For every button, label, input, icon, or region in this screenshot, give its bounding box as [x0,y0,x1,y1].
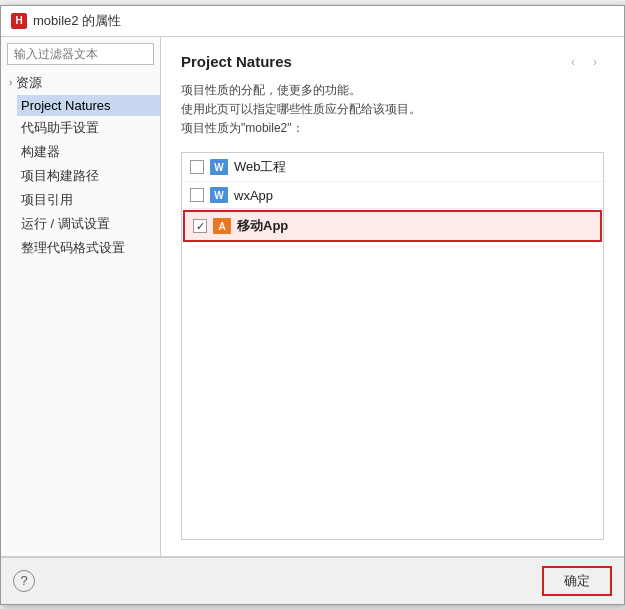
resources-label: 资源 [16,74,42,92]
label-web: Web工程 [234,158,287,176]
sidebar-item-project-natures[interactable]: Project Natures [17,95,160,116]
window-title: mobile2 的属性 [33,12,121,30]
tree-children: Project Natures 代码助手设置 构建器 项目构建路径 项目引用 运… [1,95,160,260]
description-line3: 项目性质为"mobile2"： [181,119,604,138]
checkbox-wxapp[interactable] [190,188,204,202]
help-button[interactable]: ? [13,570,35,592]
sidebar-item-code-assistant[interactable]: 代码助手设置 [17,116,160,140]
sidebar-item-build-path[interactable]: 项目构建路径 [17,164,160,188]
nature-item-mobile[interactable]: A 移动App [183,210,602,242]
footer: ? 确定 [1,557,624,604]
nav-arrows: ‹ › [564,53,604,71]
checkbox-web[interactable] [190,160,204,174]
nav-back-icon[interactable]: ‹ [564,53,582,71]
sidebar-item-project-ref[interactable]: 项目引用 [17,188,160,212]
description-line1: 项目性质的分配，使更多的功能。 [181,81,604,100]
tree-parent-resources[interactable]: › 资源 [1,71,160,95]
sidebar: › 资源 Project Natures 代码助手设置 构建器 项目构建路径 项… [1,37,161,556]
nature-item-wxapp[interactable]: W wxApp [182,182,603,209]
confirm-button[interactable]: 确定 [542,566,612,596]
icon-web: W [210,159,228,175]
main-panel: Project Natures ‹ › 项目性质的分配，使更多的功能。 使用此页… [161,37,624,556]
label-wxapp: wxApp [234,188,273,203]
tree-group-resources: › 资源 Project Natures 代码助手设置 构建器 项目构建路径 项… [1,71,160,260]
icon-wxapp: W [210,187,228,203]
label-mobile: 移动App [237,217,288,235]
sidebar-tree: › 资源 Project Natures 代码助手设置 构建器 项目构建路径 项… [1,71,160,556]
panel-header: Project Natures ‹ › [181,53,604,71]
filter-input[interactable] [7,43,154,65]
icon-mobile: A [213,218,231,234]
chevron-icon: › [9,77,12,88]
sidebar-item-run-debug[interactable]: 运行 / 调试设置 [17,212,160,236]
panel-title: Project Natures [181,53,292,70]
sidebar-item-format[interactable]: 整理代码格式设置 [17,236,160,260]
content-area: › 资源 Project Natures 代码助手设置 构建器 项目构建路径 项… [1,37,624,557]
nav-forward-icon[interactable]: › [586,53,604,71]
nature-item-web[interactable]: W Web工程 [182,153,603,182]
footer-buttons: 确定 [542,566,612,596]
sidebar-item-builder[interactable]: 构建器 [17,140,160,164]
description-line2: 使用此页可以指定哪些性质应分配给该项目。 [181,100,604,119]
natures-list: W Web工程 W wxApp A 移动App [181,152,604,539]
app-logo: H [11,13,27,29]
panel-description: 项目性质的分配，使更多的功能。 使用此页可以指定哪些性质应分配给该项目。 项目性… [181,81,604,139]
checkbox-mobile[interactable] [193,219,207,233]
properties-window: H mobile2 的属性 › 资源 Project Natures 代码助手设… [0,5,625,605]
title-bar: H mobile2 的属性 [1,6,624,37]
